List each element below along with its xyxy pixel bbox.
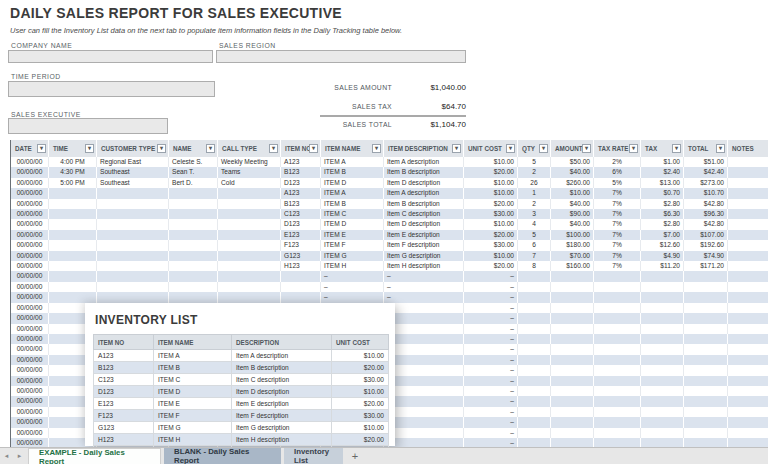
cell-unit-cost[interactable]: $20.00 — [464, 199, 518, 209]
cell-total[interactable] — [684, 344, 728, 354]
cell-item-description[interactable]: Item C description — [384, 209, 464, 219]
cell-qty[interactable] — [518, 376, 551, 386]
cell-name[interactable] — [169, 209, 218, 219]
cell-total[interactable]: $74.90 — [684, 251, 728, 261]
cell-item-no[interactable] — [281, 292, 321, 302]
inventory-cell-unit-cost[interactable]: $20.00 — [332, 434, 389, 446]
cell-tax-rate[interactable]: 7% — [594, 219, 641, 229]
cell-qty[interactable] — [518, 324, 551, 334]
cell-total[interactable] — [684, 386, 728, 396]
cell-amount[interactable]: $90.00 — [551, 209, 594, 219]
inventory-cell-description[interactable]: Item B description — [232, 362, 332, 374]
cell-item-description[interactable]: – — [384, 313, 464, 323]
cell-tax-rate[interactable] — [594, 282, 641, 292]
cell-amount[interactable] — [551, 292, 594, 302]
inventory-cell-item-no[interactable]: E123 — [94, 398, 154, 410]
cell-tax[interactable] — [641, 376, 684, 386]
cell-unit-cost[interactable]: $10.00 — [464, 178, 518, 188]
cell-item-description[interactable]: – — [384, 355, 464, 365]
cell-time[interactable]: 4:30 PM — [49, 167, 97, 177]
cell-unit-cost[interactable]: – — [464, 313, 518, 323]
cell-notes[interactable] — [728, 324, 768, 334]
cell-total[interactable]: $10.70 — [684, 188, 728, 198]
cell-total[interactable]: $42.40 — [684, 167, 728, 177]
cell-call-type[interactable] — [218, 219, 281, 229]
cell-date[interactable]: 00/00/00 — [11, 209, 49, 219]
cell-call-type[interactable] — [218, 292, 281, 302]
cell-qty[interactable]: 7 — [518, 251, 551, 261]
cell-tax[interactable] — [641, 292, 684, 302]
cell-item-no[interactable]: B123 — [281, 167, 321, 177]
cell-item-description[interactable]: – — [384, 396, 464, 406]
inventory-cell-description[interactable]: Item A description — [232, 350, 332, 362]
inventory-cell-item-no[interactable]: A123 — [94, 350, 154, 362]
cell-tax-rate[interactable]: 6% — [594, 167, 641, 177]
filter-dropdown-icon[interactable]: ▾ — [309, 144, 318, 153]
cell-item-name[interactable]: – — [321, 271, 384, 281]
cell-tax[interactable]: $2.80 — [641, 199, 684, 209]
inventory-cell-description[interactable]: Item H description — [232, 434, 332, 446]
cell-tax-rate[interactable] — [594, 417, 641, 427]
cell-total[interactable] — [684, 365, 728, 375]
cell-unit-cost[interactable]: $30.00 — [464, 209, 518, 219]
cell-amount[interactable] — [551, 417, 594, 427]
inventory-cell-unit-cost[interactable]: $30.00 — [332, 374, 389, 386]
cell-qty[interactable]: 5 — [518, 157, 551, 167]
cell-item-description[interactable]: – — [384, 365, 464, 375]
cell-notes[interactable] — [728, 188, 768, 198]
cell-unit-cost[interactable]: $20.00 — [464, 167, 518, 177]
cell-qty[interactable] — [518, 407, 551, 417]
cell-notes[interactable] — [728, 334, 768, 344]
cell-date[interactable]: 00/00/00 — [11, 271, 49, 281]
inventory-cell-item-name[interactable]: ITEM C — [154, 374, 232, 386]
cell-item-no[interactable]: B123 — [281, 199, 321, 209]
cell-amount[interactable] — [551, 282, 594, 292]
cell-notes[interactable] — [728, 157, 768, 167]
cell-customer-type[interactable] — [97, 292, 169, 302]
cell-tax[interactable] — [641, 271, 684, 281]
cell-date[interactable]: 00/00/00 — [11, 219, 49, 229]
cell-date[interactable]: 00/00/00 — [11, 292, 49, 302]
cell-call-type[interactable]: Teams — [218, 167, 281, 177]
cell-qty[interactable]: 3 — [518, 209, 551, 219]
inventory-cell-item-no[interactable]: H123 — [94, 434, 154, 446]
cell-item-no[interactable]: A123 — [281, 157, 321, 167]
cell-call-type[interactable] — [218, 188, 281, 198]
cell-total[interactable] — [684, 313, 728, 323]
cell-date[interactable]: 00/00/00 — [11, 334, 49, 344]
cell-tax[interactable] — [641, 282, 684, 292]
cell-total[interactable] — [684, 396, 728, 406]
cell-total[interactable]: $273.00 — [684, 178, 728, 188]
cell-total[interactable]: $51.00 — [684, 157, 728, 167]
cell-total[interactable]: $107.00 — [684, 230, 728, 240]
inventory-cell-unit-cost[interactable]: $30.00 — [332, 410, 389, 422]
cell-date[interactable]: 00/00/00 — [11, 282, 49, 292]
cell-date[interactable]: 00/00/00 — [11, 407, 49, 417]
cell-item-no[interactable]: A123 — [281, 188, 321, 198]
inventory-cell-item-name[interactable]: ITEM E — [154, 398, 232, 410]
filter-dropdown-icon[interactable]: ▾ — [372, 144, 381, 153]
cell-item-description[interactable]: – — [384, 376, 464, 386]
cell-unit-cost[interactable]: – — [464, 334, 518, 344]
cell-unit-cost[interactable]: – — [464, 407, 518, 417]
cell-tax-rate[interactable] — [594, 303, 641, 313]
cell-item-description[interactable]: Item B description — [384, 199, 464, 209]
cell-unit-cost[interactable]: – — [464, 417, 518, 427]
cell-item-description[interactable]: Item G description — [384, 251, 464, 261]
cell-notes[interactable] — [728, 365, 768, 375]
cell-item-description[interactable]: – — [384, 292, 464, 302]
cell-tax-rate[interactable] — [594, 334, 641, 344]
cell-customer-type[interactable]: Regional East — [97, 157, 169, 167]
cell-customer-type[interactable] — [97, 261, 169, 271]
cell-tax-rate[interactable] — [594, 407, 641, 417]
cell-total[interactable] — [684, 417, 728, 427]
cell-qty[interactable] — [518, 428, 551, 438]
filter-dropdown-icon[interactable]: ▾ — [629, 144, 638, 153]
cell-tax[interactable]: $2.80 — [641, 219, 684, 229]
cell-tax[interactable]: $6.30 — [641, 209, 684, 219]
cell-tax[interactable]: $2.40 — [641, 167, 684, 177]
cell-item-description[interactable]: Item E description — [384, 230, 464, 240]
cell-item-description[interactable]: – — [384, 344, 464, 354]
cell-customer-type[interactable] — [97, 230, 169, 240]
cell-total[interactable] — [684, 303, 728, 313]
